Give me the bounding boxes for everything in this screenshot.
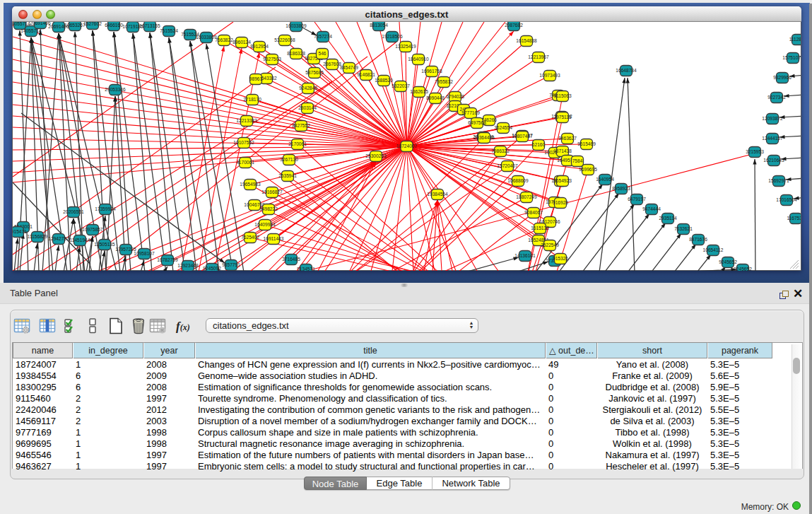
svg-text:3915471: 3915471 [13, 229, 27, 234]
svg-text:62160: 62160 [532, 142, 546, 147]
svg-text:7632621: 7632621 [674, 226, 693, 231]
svg-text:1588520: 1588520 [375, 78, 393, 83]
svg-text:10688609: 10688609 [507, 178, 529, 183]
svg-text:3215953: 3215953 [746, 149, 764, 154]
svg-text:17359924: 17359924 [95, 206, 116, 211]
svg-text:9474444: 9474444 [642, 206, 661, 211]
svg-text:8960124: 8960124 [233, 40, 251, 45]
svg-text:18640910: 18640910 [408, 57, 429, 62]
svg-text:2522549: 2522549 [541, 243, 559, 247]
svg-text:3716485: 3716485 [282, 257, 300, 262]
svg-text:16911443: 16911443 [264, 236, 284, 241]
svg-text:14136141: 14136141 [514, 253, 536, 258]
svg-text:5875685: 5875685 [305, 70, 324, 75]
svg-text:29053346: 29053346 [105, 87, 126, 92]
svg-text:16210643: 16210643 [763, 158, 784, 163]
svg-text:5322037: 5322037 [392, 83, 410, 88]
svg-text:2935114: 2935114 [659, 216, 677, 221]
svg-text:8990448: 8990448 [426, 95, 445, 100]
svg-text:7584: 7584 [572, 158, 583, 163]
svg-text:3267130: 3267130 [280, 157, 298, 162]
svg-text:10653267: 10653267 [64, 23, 86, 28]
svg-text:16033809: 16033809 [196, 35, 217, 40]
svg-text:9515469: 9515469 [577, 141, 596, 146]
svg-text:9146821: 9146821 [357, 72, 375, 77]
svg-text:10973493: 10973493 [539, 73, 560, 78]
svg-text:3624554: 3624554 [494, 125, 512, 130]
svg-text:1112847: 1112847 [789, 37, 801, 42]
svg-text:15751074: 15751074 [782, 55, 801, 60]
svg-text:8427552: 8427552 [292, 123, 310, 128]
svg-text:10975857: 10975857 [82, 227, 103, 232]
svg-text:12942737: 12942737 [48, 236, 69, 241]
svg-text:20364436: 20364436 [473, 135, 495, 140]
svg-text:13325419: 13325419 [395, 44, 416, 49]
svg-text:14055714: 14055714 [20, 28, 42, 33]
svg-text:19654983: 19654983 [240, 182, 261, 187]
svg-text:9245652: 9245652 [719, 259, 737, 264]
svg-text:18807249: 18807249 [516, 194, 537, 199]
svg-text:9134571: 9134571 [297, 267, 315, 271]
svg-text:8813054: 8813054 [370, 23, 388, 28]
svg-text:9498222: 9498222 [259, 206, 278, 211]
svg-text:20206551: 20206551 [63, 209, 84, 214]
svg-text:546: 546 [318, 51, 326, 56]
svg-text:8958923: 8958923 [612, 186, 630, 191]
svg-text:11156829: 11156829 [28, 234, 48, 239]
svg-text:2803144: 2803144 [298, 105, 317, 110]
svg-text:8454749: 8454749 [340, 65, 358, 70]
svg-text:4170061: 4170061 [236, 160, 254, 165]
svg-text:9327503: 9327503 [263, 57, 281, 62]
svg-text:2975115: 2975115 [553, 115, 572, 119]
svg-text:98961: 98961 [249, 76, 263, 81]
svg-text:16648784: 16648784 [616, 68, 637, 73]
svg-text:7625402: 7625402 [241, 235, 259, 240]
svg-text:6479197: 6479197 [628, 197, 646, 201]
svg-text:7986322: 7986322 [491, 148, 510, 153]
svg-text:12213383: 12213383 [236, 118, 257, 123]
svg-text:53226058: 53226058 [274, 37, 295, 42]
svg-text:9699695: 9699695 [579, 167, 597, 172]
svg-text:16782759: 16782759 [157, 257, 178, 262]
svg-text:9084067: 9084067 [524, 210, 543, 215]
svg-text:7515524: 7515524 [160, 28, 178, 33]
svg-text:10654112: 10654112 [703, 247, 724, 252]
svg-text:1362615: 1362615 [410, 89, 428, 94]
svg-text:19384554: 19384554 [427, 192, 448, 197]
svg-text:12093872: 12093872 [762, 116, 783, 121]
svg-text:12213967: 12213967 [528, 54, 549, 59]
svg-text:9654923: 9654923 [553, 178, 572, 183]
svg-text:915326: 915326 [553, 256, 568, 261]
svg-text:16154838: 16154838 [516, 38, 537, 43]
svg-text:2718170: 2718170 [243, 97, 261, 102]
svg-text:15692971: 15692971 [768, 178, 789, 183]
svg-text:1527602: 1527602 [83, 22, 102, 26]
svg-text:10807487: 10807487 [512, 134, 533, 139]
svg-text:16713155: 16713155 [139, 23, 160, 28]
svg-text:12444157: 12444157 [762, 136, 783, 141]
svg-text:2867608: 2867608 [323, 62, 341, 66]
svg-text:25300293: 25300293 [365, 153, 387, 158]
svg-text:7357274: 7357274 [314, 34, 332, 39]
svg-text:10107552: 10107552 [233, 140, 254, 145]
svg-text:15720407: 15720407 [497, 163, 518, 168]
svg-text:9857791: 9857791 [222, 262, 240, 267]
svg-text:7663822: 7663822 [215, 37, 233, 42]
svg-text:17016504: 17016504 [776, 197, 797, 202]
svg-text:6497568: 6497568 [468, 120, 486, 125]
svg-text:12505135: 12505135 [94, 242, 115, 247]
svg-text:9115063: 9115063 [553, 93, 572, 98]
svg-text:12923448: 12923448 [177, 263, 199, 268]
svg-text:7955812: 7955812 [435, 79, 453, 84]
svg-text:9245652: 9245652 [734, 267, 752, 271]
svg-text:6466160: 6466160 [105, 23, 123, 28]
svg-text:9227342: 9227342 [767, 95, 786, 100]
svg-text:16961758: 16961758 [421, 69, 442, 74]
svg-text:18724007: 18724007 [396, 144, 418, 148]
svg-text:9463627: 9463627 [558, 136, 577, 141]
svg-text:916928: 916928 [553, 200, 568, 205]
svg-text:16409934: 16409934 [254, 222, 276, 227]
svg-text:1871438: 1871438 [553, 148, 572, 153]
svg-text:8186328: 8186328 [287, 51, 305, 56]
svg-text:9245092: 9245092 [203, 266, 221, 271]
